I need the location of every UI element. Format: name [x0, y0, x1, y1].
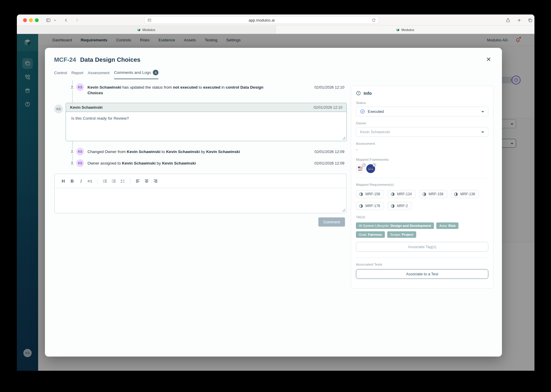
italic-icon[interactable]: I	[77, 177, 85, 185]
align-right-icon[interactable]	[152, 177, 159, 185]
comment-avatar: KS	[54, 105, 63, 113]
ul-icon[interactable]	[110, 177, 118, 185]
tag-pills: AI System Lifecycle: Design and Developm…	[356, 222, 488, 238]
chevron-down-icon[interactable]	[53, 17, 57, 23]
avatar: KS	[76, 159, 84, 167]
sidebar-toggle-icon[interactable]	[45, 17, 51, 23]
share-icon[interactable]	[505, 17, 511, 23]
person-icon	[70, 161, 75, 166]
reload-icon[interactable]	[372, 18, 376, 22]
person-icon	[70, 85, 75, 90]
tag-pill[interactable]: Scope: Project	[387, 231, 416, 238]
new-tab-icon[interactable]	[516, 17, 522, 23]
status-select[interactable]: Executed	[356, 107, 488, 116]
chevron-down-icon	[481, 131, 484, 133]
frameworks-label: Mapped Frameworks	[356, 158, 488, 161]
requirement-chip-mrf-176[interactable]: MRF-176	[356, 202, 384, 210]
log-timestamp: 02/01/2026 12:09	[315, 161, 344, 165]
close-window-button[interactable]	[23, 18, 27, 22]
divider	[356, 178, 488, 178]
requirement-chip-mrf-158[interactable]: MRF-158	[419, 190, 447, 198]
requirement-chip-mrf-156[interactable]: MRF-156	[356, 190, 384, 198]
tab-count-badge: 4	[153, 70, 158, 75]
resize-handle-icon[interactable]	[342, 209, 345, 212]
modulos-favicon	[137, 28, 141, 32]
comment-submit-button[interactable]: Comment	[318, 217, 345, 227]
log-text: Kevin Schawinski has updated the status …	[87, 84, 271, 96]
modulos-favicon	[396, 28, 400, 32]
modal-title: MCF-24 Data Design Choices	[54, 56, 140, 63]
tag-pill[interactable]: Goal: Fairness	[356, 231, 385, 238]
ol-icon[interactable]: 123	[101, 177, 109, 185]
control-code: MCF-24	[54, 56, 76, 63]
control-title: Data Design Choices	[80, 56, 140, 63]
url-text: app.modulos.ai	[145, 18, 379, 22]
tag-pill[interactable]: AI System Lifecycle: Design and Developm…	[356, 222, 434, 229]
comment-body[interactable]: Is this Control ready for Review?	[66, 112, 346, 141]
avatar: KS	[76, 83, 84, 91]
log-timestamp: 02/01/2026 12:09	[315, 149, 344, 154]
requirement-chips: MRF-156MRF-124MRF-158MRF-136MRF-176MRF-2	[356, 190, 488, 210]
requirement-label: MRF-176	[365, 204, 380, 208]
requirement-label: MRF-136	[460, 192, 475, 196]
framework-badges: NIST• • •EU AI	[356, 164, 488, 173]
nist-framework-icon[interactable]: NIST	[356, 164, 365, 173]
editor-input[interactable]	[55, 188, 346, 213]
owner-value: Kevin Schawinski	[360, 130, 390, 134]
owner-label: Owner	[356, 121, 488, 125]
info-panel: Info Status Executed Owner Kevin Schawin…	[351, 86, 493, 289]
tab-overview-icon[interactable]	[527, 17, 533, 23]
toolbar-divider	[97, 178, 98, 184]
page-icon	[147, 18, 152, 22]
status-label: Status	[356, 101, 488, 105]
tab-control[interactable]: Control	[54, 70, 67, 79]
tags-label: TAGS	[356, 215, 488, 219]
align-center-icon[interactable]	[143, 177, 150, 185]
tab-comments-and-logs[interactable]: Comments and Logs4	[114, 70, 159, 79]
zoom-window-button[interactable]	[35, 18, 39, 22]
requirement-chip-mrf-124[interactable]: MRF-124	[388, 190, 416, 198]
browser-tab-1[interactable]: Modulos	[17, 26, 276, 34]
eu-ai-framework-icon[interactable]: • • •EU AI	[366, 164, 375, 173]
requirement-label: MRF-158	[429, 192, 443, 196]
chevron-down-icon	[481, 111, 484, 113]
url-bar[interactable]: app.modulos.ai	[144, 16, 379, 24]
person-icon	[70, 149, 75, 154]
heading-icon[interactable]: H	[59, 177, 67, 185]
associate-test-button[interactable]: Associate to a Test	[356, 269, 488, 279]
browser-tab-label: Modulos	[401, 28, 414, 32]
requirement-chip-mrf-2[interactable]: MRF-2	[388, 202, 412, 210]
svg-text:3: 3	[103, 181, 104, 183]
bold-icon[interactable]: B	[68, 177, 76, 185]
associate-tags-button[interactable]: Associate Tag(s)	[356, 242, 488, 252]
requirement-label: MRF-156	[365, 192, 380, 196]
comments-column: KSKevin Schawinski has updated the statu…	[54, 80, 347, 287]
owner-select[interactable]: Kevin Schawinski	[356, 127, 488, 137]
requirement-label: MRF-2	[397, 204, 408, 208]
forward-button[interactable]	[74, 17, 80, 23]
resize-handle-icon[interactable]	[343, 137, 346, 140]
check-circle-icon	[360, 109, 365, 114]
close-icon[interactable]: ✕	[485, 56, 492, 63]
status-value: Executed	[368, 109, 384, 114]
align-left-icon[interactable]	[134, 177, 142, 185]
checklist-icon[interactable]	[119, 177, 127, 185]
tag-pill[interactable]: Area: Risk	[436, 222, 458, 229]
control-detail-modal: ✕ MCF-24 Data Design Choices ControlRepo…	[45, 48, 502, 357]
tab-assessment[interactable]: Assessment	[88, 70, 110, 79]
comment-author: Kevin Schawinski	[70, 105, 103, 110]
tab-report[interactable]: Report	[72, 70, 84, 79]
browser-tab-2[interactable]: Modulos	[276, 26, 534, 34]
tab-label: Control	[54, 71, 67, 75]
comment-card: Kevin Schawinski 02/01/2026 12:10 Is thi…	[66, 103, 347, 141]
comment-timestamp: 02/01/2026 12:10	[314, 105, 342, 110]
requirement-chip-mrf-136[interactable]: MRF-136	[451, 190, 479, 198]
assessment-value: -	[356, 147, 488, 152]
back-button[interactable]	[63, 17, 69, 23]
minimize-window-button[interactable]	[29, 18, 33, 22]
avatar: KS	[76, 148, 84, 155]
divider	[356, 258, 488, 258]
log-text: Changed Owner from Kevin Schawinski to K…	[87, 149, 271, 154]
link-icon[interactable]	[86, 177, 94, 185]
browser-tab-bar: Modulos Modulos	[17, 26, 534, 34]
